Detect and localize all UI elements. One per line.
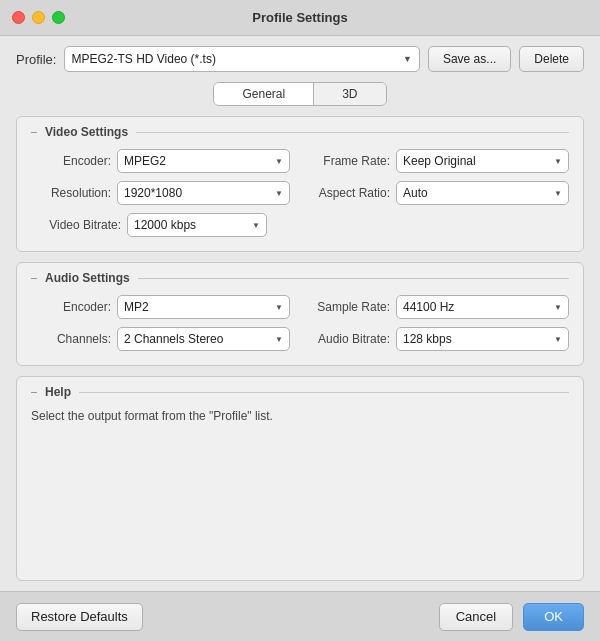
resolution-label: Resolution: [31, 186, 111, 200]
tabs-container: General 3D [213, 82, 386, 106]
channels-row: Channels: 2 Channels Stereo Mono 5.1 Sur… [31, 327, 290, 351]
profile-select-wrapper: MPEG2-TS HD Video (*.ts) MPEG2-TS SD Vid… [64, 46, 419, 72]
save-as-button[interactable]: Save as... [428, 46, 511, 72]
help-text: Select the output format from the "Profi… [31, 409, 569, 423]
audio-bitrate-select[interactable]: 128 kbps 192 kbps 256 kbps 320 kbps 64 k… [396, 327, 569, 351]
frame-rate-select[interactable]: Keep Original 23.976 24 25 29.97 30 [396, 149, 569, 173]
audio-settings-title: Audio Settings [31, 271, 569, 285]
help-title: Help [31, 385, 569, 399]
frame-rate-select-wrapper: Keep Original 23.976 24 25 29.97 30 [396, 149, 569, 173]
cancel-button[interactable]: Cancel [439, 603, 513, 631]
video-encoder-select-wrapper: MPEG2 H.264 H.265 [117, 149, 290, 173]
aspect-ratio-select-wrapper: Auto 16:9 4:3 [396, 181, 569, 205]
resolution-select[interactable]: 1920*1080 1280*720 720*480 640*480 [117, 181, 290, 205]
ok-button[interactable]: OK [523, 603, 584, 631]
window-controls [12, 11, 65, 24]
video-bitrate-label: Video Bitrate: [31, 218, 121, 232]
tab-3d[interactable]: 3D [314, 83, 385, 105]
window-title: Profile Settings [252, 10, 347, 25]
maximize-button[interactable] [52, 11, 65, 24]
video-settings-section: Video Settings Encoder: MPEG2 H.264 H.26… [16, 116, 584, 252]
sample-rate-label: Sample Rate: [310, 300, 390, 314]
resolution-row: Resolution: 1920*1080 1280*720 720*480 6… [31, 181, 290, 205]
main-content: Profile: MPEG2-TS HD Video (*.ts) MPEG2-… [0, 36, 600, 591]
profile-row: Profile: MPEG2-TS HD Video (*.ts) MPEG2-… [16, 46, 584, 72]
restore-defaults-button[interactable]: Restore Defaults [16, 603, 143, 631]
channels-select[interactable]: 2 Channels Stereo Mono 5.1 Surround [117, 327, 290, 351]
tabs-row: General 3D [16, 82, 584, 106]
help-section: Help Select the output format from the "… [16, 376, 584, 581]
title-bar: Profile Settings [0, 0, 600, 36]
audio-encoder-row: Encoder: MP2 AAC AC3 MP3 [31, 295, 290, 319]
video-bitrate-select[interactable]: 12000 kbps 8000 kbps 6000 kbps 4000 kbps… [127, 213, 267, 237]
aspect-ratio-label: Aspect Ratio: [310, 186, 390, 200]
aspect-ratio-select[interactable]: Auto 16:9 4:3 [396, 181, 569, 205]
minimize-button[interactable] [32, 11, 45, 24]
aspect-ratio-row: Aspect Ratio: Auto 16:9 4:3 [310, 181, 569, 205]
video-settings-grid: Encoder: MPEG2 H.264 H.265 Frame Rate: K… [31, 149, 569, 205]
profile-label: Profile: [16, 52, 56, 67]
audio-bitrate-select-wrapper: 128 kbps 192 kbps 256 kbps 320 kbps 64 k… [396, 327, 569, 351]
video-bitrate-select-wrapper: 12000 kbps 8000 kbps 6000 kbps 4000 kbps… [127, 213, 267, 237]
close-button[interactable] [12, 11, 25, 24]
audio-settings-grid: Encoder: MP2 AAC AC3 MP3 Sample Rate: 44… [31, 295, 569, 351]
channels-label: Channels: [31, 332, 111, 346]
video-encoder-select[interactable]: MPEG2 H.264 H.265 [117, 149, 290, 173]
bottom-bar: Restore Defaults Cancel OK [0, 591, 600, 641]
sample-rate-select[interactable]: 44100 Hz 48000 Hz 32000 Hz 22050 Hz [396, 295, 569, 319]
video-encoder-label: Encoder: [31, 154, 111, 168]
audio-bitrate-row: Audio Bitrate: 128 kbps 192 kbps 256 kbp… [310, 327, 569, 351]
sample-rate-select-wrapper: 44100 Hz 48000 Hz 32000 Hz 22050 Hz [396, 295, 569, 319]
tab-general[interactable]: General [214, 83, 314, 105]
audio-encoder-select[interactable]: MP2 AAC AC3 MP3 [117, 295, 290, 319]
video-settings-title: Video Settings [31, 125, 569, 139]
profile-select[interactable]: MPEG2-TS HD Video (*.ts) MPEG2-TS SD Vid… [64, 46, 419, 72]
audio-bitrate-label: Audio Bitrate: [310, 332, 390, 346]
audio-settings-section: Audio Settings Encoder: MP2 AAC AC3 MP3 … [16, 262, 584, 366]
video-bitrate-row: Video Bitrate: 12000 kbps 8000 kbps 6000… [31, 213, 569, 237]
resolution-select-wrapper: 1920*1080 1280*720 720*480 640*480 [117, 181, 290, 205]
audio-encoder-select-wrapper: MP2 AAC AC3 MP3 [117, 295, 290, 319]
video-encoder-row: Encoder: MPEG2 H.264 H.265 [31, 149, 290, 173]
channels-select-wrapper: 2 Channels Stereo Mono 5.1 Surround [117, 327, 290, 351]
bottom-right-buttons: Cancel OK [439, 603, 584, 631]
audio-encoder-label: Encoder: [31, 300, 111, 314]
delete-button[interactable]: Delete [519, 46, 584, 72]
frame-rate-row: Frame Rate: Keep Original 23.976 24 25 2… [310, 149, 569, 173]
sample-rate-row: Sample Rate: 44100 Hz 48000 Hz 32000 Hz … [310, 295, 569, 319]
frame-rate-label: Frame Rate: [310, 154, 390, 168]
